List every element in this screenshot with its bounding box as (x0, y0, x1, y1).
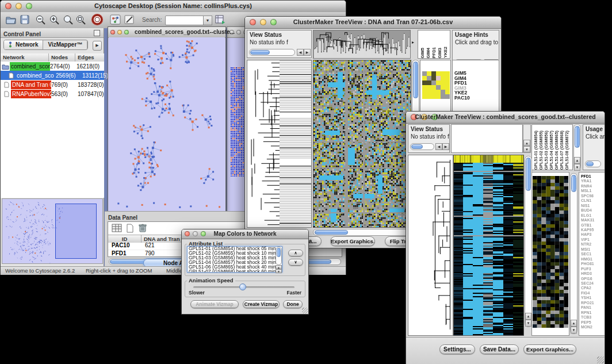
tv1-status-scrollbar[interactable] (249, 49, 295, 56)
matrix-cell[interactable] (427, 81, 431, 85)
tv2-gene-item[interactable]: MAK31 (579, 218, 605, 223)
frame-minimize-button[interactable] (117, 30, 122, 35)
matrix-cell[interactable] (441, 94, 445, 99)
tv2-status-scrollbar[interactable] (410, 143, 434, 150)
matrix-cell[interactable] (436, 71, 441, 76)
tv2-gene-item[interactable]: PHO81 (579, 262, 605, 266)
matrix-cell[interactable] (445, 94, 450, 99)
tv2-vscroll-thumb[interactable] (526, 158, 531, 191)
network-canvas[interactable] (109, 37, 225, 210)
tv1-row-dendrogram-canvas[interactable] (247, 60, 311, 227)
scroll-up-arrow[interactable]: ▲ (574, 157, 580, 164)
tv2-row-dendrogram[interactable] (408, 155, 453, 336)
tv2-gene-item[interactable]: MSI1 (579, 247, 605, 252)
matrix-cell[interactable] (436, 94, 441, 99)
tv2-gene-item[interactable]: RPN1 (579, 311, 605, 315)
tv2-gene-item[interactable]: HAP3 (579, 232, 605, 237)
matrix-cell[interactable] (431, 90, 436, 94)
tv2-gene-item[interactable]: YRA1 (579, 179, 605, 183)
tv2-gene-item[interactable]: RPO21 (579, 301, 605, 305)
zoom-out-icon[interactable] (35, 14, 47, 28)
tv1-column-label[interactable]: GIM4 (426, 48, 431, 58)
matrix-cell[interactable] (445, 85, 450, 90)
scroll-down-arrow[interactable]: ▼ (571, 327, 577, 334)
tv1-hscroll-thumb[interactable] (315, 230, 348, 235)
resize-grip[interactable] (597, 357, 604, 363)
tv2-gene-item[interactable]: KAP95 (579, 228, 605, 232)
tv2-column-label[interactable]: GPL51-03 (GSM856) (544, 131, 549, 170)
matrix-cell[interactable] (436, 81, 441, 85)
tv2-column-label[interactable]: GPL51-01 (GSM854) (533, 131, 538, 170)
tv2-gene-item[interactable]: VIP1 (579, 237, 605, 242)
matrix-cell[interactable] (431, 71, 436, 76)
tv2-gene-item[interactable]: NTR2 (579, 242, 605, 247)
tv2-gene-item[interactable]: HRD3 (579, 271, 605, 276)
open-file-icon[interactable] (5, 14, 17, 27)
tv2-settings-button[interactable]: Settings... (439, 344, 475, 354)
tv2-save-data-button[interactable]: Save Data... (480, 344, 519, 354)
matrix-cell[interactable] (431, 81, 436, 85)
help-lifering-icon[interactable] (91, 14, 104, 28)
tv2-heatmap-canvas[interactable] (454, 155, 523, 335)
tv2-gene-item[interactable]: GPI16 (579, 277, 605, 281)
tv1-column-label[interactable]: YKE2 (443, 47, 448, 58)
network-overview-navigator[interactable] (2, 198, 103, 264)
tv2-gene-item[interactable]: ELG1 (579, 213, 605, 218)
new-document-icon[interactable] (125, 224, 135, 235)
main-title-bar[interactable]: Cytoscape Desktop (Session Name: collins… (1, 1, 346, 13)
tv2-gene-item[interactable]: CPA2 (579, 286, 605, 290)
frame-minimize-button[interactable] (236, 30, 241, 35)
matrix-cell[interactable] (422, 76, 427, 81)
annotation-icon[interactable] (124, 14, 136, 28)
tv2-column-label[interactable]: GPL51-04 (GSM857) (549, 131, 554, 170)
tv2-export-graphics-button[interactable]: Export Graphics... (523, 344, 576, 354)
tv2-zoom-vscrollbar[interactable]: ▲ ▼ (570, 173, 577, 334)
matrix-cell[interactable] (441, 76, 445, 81)
matrix-cell[interactable] (445, 90, 450, 94)
tv2-column-dendrogram[interactable] (451, 124, 523, 153)
create-vizmap-button[interactable]: Create Vizmap (243, 300, 280, 308)
frame-zoom-button[interactable] (124, 30, 129, 35)
tv1-vscroll-thumb[interactable] (413, 62, 418, 98)
animation-speed-slider-thumb[interactable] (239, 283, 246, 290)
matrix-cell[interactable] (436, 76, 441, 81)
tv2-gene-item[interactable]: GTB1 (579, 223, 605, 228)
attribute-list-vscrollbar[interactable] (276, 247, 282, 265)
col-nodes[interactable]: Nodes (49, 53, 75, 62)
treeview1-titlebar[interactable]: ClusterMaker TreeView : DNA and Tran 07-… (245, 17, 501, 29)
tv1-column-label[interactable]: PAC10 (449, 44, 450, 58)
tv2-gene-item[interactable]: FIG4 (579, 291, 605, 296)
matrix-cell[interactable] (427, 71, 431, 76)
tv2-column-label[interactable]: GPL51-08 (GSM872) (564, 131, 569, 170)
scroll-down-arrow[interactable]: ▼ (523, 146, 530, 152)
scroll-up-arrow[interactable]: ▲ (276, 265, 282, 269)
matrix-cell[interactable] (445, 81, 450, 85)
resize-grip[interactable] (302, 308, 308, 313)
matrix-cell[interactable] (436, 85, 441, 90)
tv1-status-scroll-thumb[interactable] (250, 50, 270, 55)
zoom-in-icon[interactable] (49, 14, 60, 28)
tv2-gene-item[interactable]: MON2 (579, 325, 605, 329)
tv1-column-dendrogram[interactable] (313, 30, 411, 59)
trash-icon[interactable] (138, 223, 147, 235)
tv2-gene-item[interactable]: TCB3 (579, 315, 605, 320)
tv1-gene-item[interactable]: PAC10 (453, 95, 499, 101)
tv2-gene-item[interactable]: PFD1 (579, 174, 605, 179)
tab-vizmapper[interactable]: VizMapper™ (43, 40, 87, 49)
import-table-icon[interactable] (215, 14, 226, 28)
tv1-heatmap[interactable] (313, 60, 411, 228)
matrix-cell[interactable] (422, 85, 427, 90)
tv2-gene-item[interactable]: RNR4 (579, 184, 605, 189)
matrix-cell[interactable] (445, 71, 450, 76)
network-tree-row[interactable]: combined_sco 2569(6) 13112(15) (1, 71, 104, 80)
overview-canvas[interactable] (2, 199, 102, 263)
tv2-gene-item[interactable]: PUF3 (579, 267, 605, 271)
scroll-right-arrow[interactable]: ▶ (304, 49, 311, 56)
scroll-left-arrow[interactable]: ◀ (297, 49, 304, 56)
tv2-gene-item[interactable]: CLN1 (579, 198, 605, 203)
save-icon[interactable] (20, 14, 30, 27)
matrix-cell[interactable] (441, 85, 445, 90)
matrix-cell[interactable] (431, 85, 436, 90)
zoom-selected-icon[interactable] (75, 14, 87, 28)
attribute-list[interactable]: GPL51-01 (GSM854) heat shock 05 minGPL51… (187, 246, 282, 273)
